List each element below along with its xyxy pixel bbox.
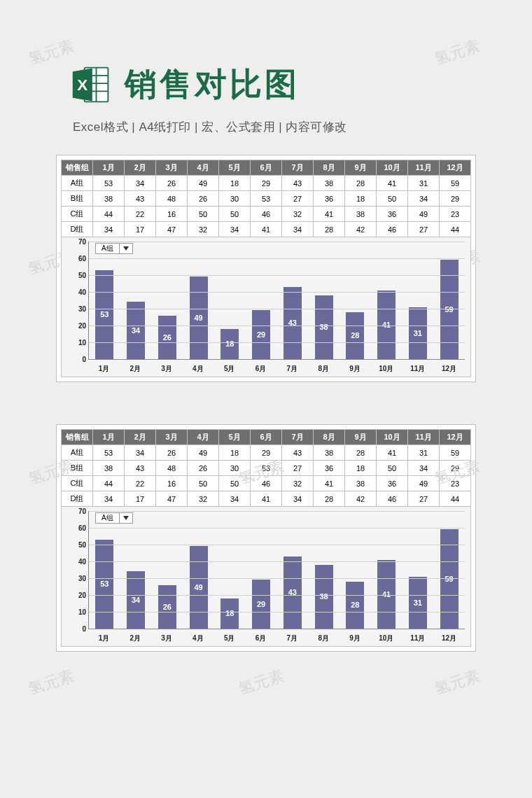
table-row-label: A组 — [62, 445, 93, 461]
table-col-header: 12月 — [440, 160, 471, 176]
table-col-header: 10月 — [377, 160, 408, 176]
chart-x-tick: 11月 — [409, 634, 427, 643]
table-col-header: 3月 — [156, 430, 188, 445]
table-cell: 50 — [219, 476, 251, 491]
chart-y-tick: 30 — [68, 305, 86, 313]
chart-x-tick: 1月 — [94, 634, 113, 643]
table-col-header: 7月 — [282, 160, 314, 176]
chart-bar-label: 26 — [163, 333, 172, 342]
chart-gridline — [89, 275, 465, 276]
chart-bar: 31 — [409, 577, 427, 629]
chart-bar-label: 29 — [257, 600, 265, 608]
chart-gridline — [89, 511, 465, 512]
table-col-header: 6月 — [251, 430, 282, 445]
table-cell: 41 — [251, 491, 282, 507]
chart-gridline — [89, 292, 465, 293]
table-row-label: C组 — [62, 206, 93, 222]
table-cell: 34 — [408, 461, 440, 476]
table-row-label: B组 — [62, 461, 93, 476]
table-header-row: 销售组1月2月3月4月5月6月7月8月9月10月11月12月 — [62, 430, 471, 445]
table-row: B组384348263053273618503429 — [62, 461, 471, 476]
table-cell: 38 — [314, 176, 345, 191]
table-cell: 44 — [93, 476, 125, 491]
chart-bar: 53 — [95, 270, 113, 359]
chart-x-tick: 11月 — [409, 364, 427, 374]
table-cell: 28 — [345, 445, 377, 461]
table-cell: 30 — [219, 461, 251, 476]
chart-x-tick: 7月 — [283, 634, 301, 643]
chart-bar-label: 59 — [445, 575, 454, 583]
table-cell: 27 — [408, 491, 440, 507]
table-col-header: 4月 — [188, 160, 219, 176]
chart-gridline — [89, 342, 465, 343]
chart-bars: 533426491829433828413159 — [89, 511, 465, 629]
chart-bars: 533426491829433828413159 — [89, 241, 465, 359]
chart-x-tick: 6月 — [252, 634, 270, 643]
page-subtitle: Excel格式 | A4纸打印 | 宏、公式套用 | 内容可修改 — [0, 106, 532, 135]
chart-bar-label: 41 — [382, 590, 391, 598]
chart-bar-label: 49 — [195, 314, 203, 322]
chart-bar: 29 — [252, 580, 270, 629]
chart-bar-label: 28 — [351, 331, 359, 340]
data-table: 销售组1月2月3月4月5月6月7月8月9月10月11月12月 A组5334264… — [61, 160, 471, 237]
table-cell: 36 — [377, 206, 408, 222]
watermark: 氢元素 — [236, 666, 286, 700]
table-cell: 44 — [93, 206, 125, 222]
chart-x-tick: 3月 — [158, 364, 176, 374]
table-cell: 32 — [188, 222, 219, 237]
table-cell: 34 — [219, 222, 251, 237]
table-cell: 38 — [93, 461, 125, 476]
table-cell: 22 — [125, 476, 156, 491]
table-cell: 46 — [251, 476, 282, 491]
table-col-header: 4月 — [188, 430, 219, 445]
chart-bar: 29 — [252, 310, 270, 359]
chart-bar-label: 49 — [195, 583, 203, 592]
chart-bar: 49 — [190, 276, 208, 359]
table-cell: 43 — [282, 445, 314, 461]
table-cell: 29 — [440, 191, 471, 206]
chart-bar: 43 — [284, 287, 302, 359]
table-col-header: 9月 — [345, 160, 377, 176]
chart-x-tick: 4月 — [189, 364, 207, 374]
table-cell: 46 — [377, 491, 408, 507]
table-cell: 27 — [408, 222, 440, 237]
chart-gridline — [89, 612, 465, 612]
chart-bar-label: 31 — [414, 598, 422, 607]
table-cell: 38 — [345, 206, 377, 222]
table-cell: 16 — [156, 206, 188, 222]
table-cell: 23 — [440, 476, 471, 491]
table-cell: 59 — [440, 445, 471, 461]
table-cell: 41 — [314, 206, 345, 222]
table-cell: 32 — [282, 206, 314, 222]
chart-y-tick: 60 — [68, 524, 86, 532]
chart-y-tick: 0 — [68, 625, 86, 633]
chart-x-tick: 8月 — [314, 364, 332, 374]
chart-y-tick: 40 — [68, 288, 86, 296]
table-cell: 28 — [345, 176, 377, 191]
table-cell: 38 — [345, 476, 377, 491]
table-cell: 48 — [156, 191, 188, 206]
table-cell: 38 — [314, 445, 345, 461]
table-cell: 43 — [125, 461, 156, 476]
table-row: D组341747323441342842462744 — [62, 491, 471, 507]
table-col-header: 11月 — [408, 430, 440, 445]
chart-bar: 38 — [315, 565, 333, 629]
table-corner: 销售组 — [62, 430, 93, 445]
chart-bar-label: 53 — [100, 310, 108, 318]
chart-bar: 18 — [220, 329, 239, 359]
chart-bar-label: 29 — [257, 330, 265, 339]
table-cell: 26 — [156, 176, 188, 191]
table-cell: 46 — [251, 206, 282, 222]
table-row-label: A组 — [62, 176, 93, 191]
table-cell: 34 — [408, 191, 440, 206]
chart-y-tick: 30 — [68, 575, 86, 582]
table-cell: 29 — [440, 461, 471, 476]
table-cell: 28 — [314, 222, 345, 237]
table-row: B组384348263053273618503429 — [62, 191, 471, 206]
chart-x-tick: 12月 — [440, 634, 458, 643]
table-col-header: 5月 — [219, 430, 251, 445]
table-cell: 36 — [377, 476, 408, 491]
chart-y-tick: 0 — [68, 356, 86, 363]
chart-gridline — [89, 578, 465, 579]
table-cell: 49 — [408, 476, 440, 491]
